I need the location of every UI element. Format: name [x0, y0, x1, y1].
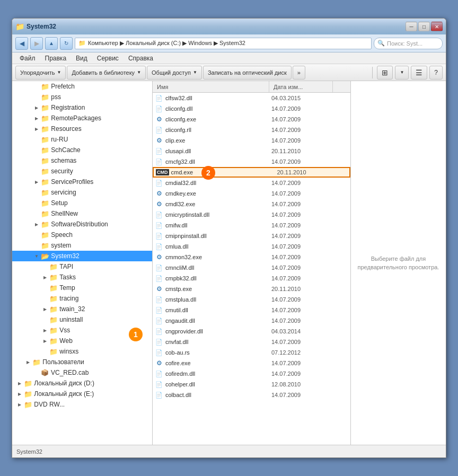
organize-label: Упорядочить: [20, 69, 55, 76]
tree-item-system[interactable]: 📁 system: [12, 240, 152, 251]
tree-item-servicing[interactable]: 📁 servicing: [12, 187, 152, 198]
menu-file[interactable]: Файл: [15, 54, 40, 63]
tree-item-serviceprofiles[interactable]: ▶📁 ServiceProfiles: [12, 177, 152, 187]
menu-help[interactable]: Справка: [124, 54, 157, 63]
file-item[interactable]: 📄cob-au.rs07.12.2012: [153, 347, 350, 358]
tree-item-system32[interactable]: ▼📂 System32: [12, 251, 152, 261]
tree-item-prefetch[interactable]: 📁 Prefetch: [12, 81, 152, 92]
tree-panel[interactable]: 📁 Prefetch 📁 pss▶📁 Registration▶📁 Remote…: [12, 81, 153, 445]
burn-button[interactable]: Записать на оптический диск: [203, 66, 292, 80]
file-item[interactable]: CMDcmd.exe20.11.2010: [153, 167, 350, 178]
col-header-name[interactable]: Имя: [153, 81, 269, 92]
file-name: clusapi.dll: [165, 148, 271, 154]
menu-service[interactable]: Сервис: [93, 54, 123, 63]
tree-item-speech[interactable]: 📁 Speech: [12, 230, 152, 240]
file-name: cngprovider.dll: [165, 328, 271, 334]
file-item[interactable]: 📄clfsw32.dll04.03.2015: [153, 93, 350, 103]
help-button[interactable]: ?: [429, 66, 443, 80]
burn-label: Записать на оптический диск: [208, 69, 287, 76]
tree-item-resources[interactable]: ▶📁 Resources: [12, 124, 152, 134]
menu-edit[interactable]: Правка: [41, 54, 71, 63]
tree-item-softwaredistribution[interactable]: ▶📁 SoftwareDistribution: [12, 219, 152, 230]
file-item[interactable]: 📄cmstplua.dll14.07.2009: [153, 294, 350, 305]
file-item[interactable]: ⚙cofire.exe14.07.2009: [153, 358, 350, 368]
tree-item-twain_32[interactable]: ▶📁 twain_32: [12, 304, 152, 314]
file-item[interactable]: ⚙cmmon32.exe14.07.2009: [153, 252, 350, 262]
minimize-button[interactable]: ─: [406, 22, 417, 31]
file-item[interactable]: 📄cmpbk32.dll14.07.2009: [153, 273, 350, 284]
file-item[interactable]: 📄cliconfg.dll14.07.2009: [153, 103, 350, 114]
col-header-date[interactable]: Дата изм...: [269, 81, 333, 92]
expand-icon: ▶: [42, 338, 48, 344]
file-item[interactable]: ⚙cmdkey.exe14.07.2009: [153, 188, 350, 199]
maximize-button[interactable]: □: [418, 22, 430, 31]
file-item[interactable]: ⚙cmdl32.exe14.07.2009: [153, 199, 350, 209]
tree-item-remotepackages[interactable]: ▶📁 RemotePackages: [12, 113, 152, 124]
file-item[interactable]: 📄cmlua.dll14.07.2009: [153, 241, 350, 252]
tree-item-label: Resources: [51, 125, 81, 133]
back-button[interactable]: ◀: [15, 37, 28, 50]
file-item[interactable]: 📄cnvfat.dll14.07.2009: [153, 337, 350, 347]
tree-item-tapi[interactable]: 📁 TAPI: [12, 261, 152, 272]
tree-item-schemas[interactable]: 📁 schemas: [12, 155, 152, 166]
file-item[interactable]: 📄cohelper.dll12.08.2010: [153, 379, 350, 390]
tree-item-shellnew[interactable]: 📁 ShellNew: [12, 208, 152, 219]
tree-item-label: Setup: [51, 199, 67, 207]
file-date: 14.07.2009: [271, 265, 335, 271]
tree-item-disk_d[interactable]: ▶📁 Локальный диск (D:): [12, 378, 152, 389]
details-button[interactable]: ☰: [411, 66, 427, 80]
file-item[interactable]: ⚙clip.exe14.07.2009: [153, 135, 350, 146]
close-button[interactable]: ✕: [431, 22, 443, 31]
forward-button[interactable]: ▶: [30, 37, 43, 50]
file-date: 14.07.2009: [271, 116, 335, 122]
tree-item-temp[interactable]: 📁 Temp: [12, 283, 152, 293]
file-item[interactable]: 📄cmdial32.dll14.07.2009: [153, 178, 350, 188]
tree-item-vc_red[interactable]: 📦VC_RED.cab: [12, 367, 152, 378]
file-item[interactable]: 📄cliconfg.rll14.07.2009: [153, 125, 350, 135]
file-item[interactable]: 📄colbact.dll14.07.2009: [153, 390, 350, 400]
tree-item-winsxs[interactable]: 📁 winsxs: [12, 346, 152, 357]
file-item[interactable]: 📄cmutil.dll14.07.2009: [153, 305, 350, 315]
file-item[interactable]: ⚙cliconfg.exe14.07.2009: [153, 114, 350, 125]
tree-item-pss[interactable]: 📁 pss: [12, 92, 152, 102]
tree-item-security[interactable]: 📁 security: [12, 166, 152, 177]
tree-item-uninstall[interactable]: 📁 uninstall: [12, 314, 152, 325]
organize-button[interactable]: Упорядочить ▼: [15, 66, 66, 80]
tree-item-label: Prefetch: [51, 83, 75, 90]
file-item[interactable]: 📄cofiredm.dll14.07.2009: [153, 368, 350, 379]
file-date: 14.07.2009: [271, 307, 335, 313]
file-item[interactable]: ⚙cmstp.exe20.11.2010: [153, 284, 350, 294]
add-library-button[interactable]: Добавить в библиотеку ▼: [67, 66, 146, 80]
file-item[interactable]: 📄cngprovider.dll04.03.2014: [153, 326, 350, 337]
tree-item-tasks[interactable]: ▶📁 Tasks: [12, 272, 152, 283]
views-button[interactable]: ⊞: [377, 66, 393, 80]
share-button[interactable]: Общий доступ ▼: [147, 66, 202, 80]
tree-item-ru-ru[interactable]: 📁 ru-RU: [12, 134, 152, 145]
tree-item-dvd_rw[interactable]: ▶📁 DVD RW...: [12, 399, 152, 410]
menu-view[interactable]: Вид: [72, 54, 92, 63]
tree-item-schcache[interactable]: 📁 SchCache: [12, 145, 152, 155]
up-button[interactable]: ▲: [45, 37, 58, 50]
more-button[interactable]: »: [293, 66, 305, 80]
file-item[interactable]: 📄cmcfg32.dll14.07.2009: [153, 156, 350, 167]
file-item[interactable]: 📄clusapi.dll20.11.2010: [153, 146, 350, 156]
file-list-content[interactable]: 📄clfsw32.dll04.03.2015📄cliconfg.dll14.07…: [153, 93, 350, 445]
address-path[interactable]: 📁 Компьютер ▶ Локальный диск (C:) ▶ Wind…: [75, 38, 372, 49]
tree-item-tracing[interactable]: 📁 tracing: [12, 293, 152, 304]
tree-item-polzovateli[interactable]: ▶📁 Пользователи: [12, 357, 152, 367]
tree-item-setup[interactable]: 📁 Setup: [12, 198, 152, 208]
refresh-button[interactable]: ↻: [60, 37, 73, 50]
file-item[interactable]: 📄cngaudit.dll14.07.2009: [153, 315, 350, 326]
tree-item-disk_e[interactable]: ▶📁 Локальный диск (E:): [12, 389, 152, 399]
file-item[interactable]: 📄cmifw.dll14.07.2009: [153, 220, 350, 231]
status-text: System32: [16, 448, 42, 455]
file-item[interactable]: 📄cmicryptinstall.dll14.07.2009: [153, 209, 350, 220]
views-dropdown[interactable]: ▼: [395, 66, 409, 80]
expand-icon: ▶: [16, 401, 23, 408]
tree-item-label: Локальный диск (D:): [34, 380, 94, 387]
file-date: 14.07.2009: [271, 254, 335, 260]
file-item[interactable]: 📄cmncliM.dll14.07.2009: [153, 262, 350, 273]
search-box[interactable]: 🔍 Поиск: Syst...: [374, 38, 443, 49]
file-item[interactable]: 📄cmipnpinstall.dll14.07.2009: [153, 231, 350, 241]
tree-item-registration[interactable]: ▶📁 Registration: [12, 102, 152, 113]
